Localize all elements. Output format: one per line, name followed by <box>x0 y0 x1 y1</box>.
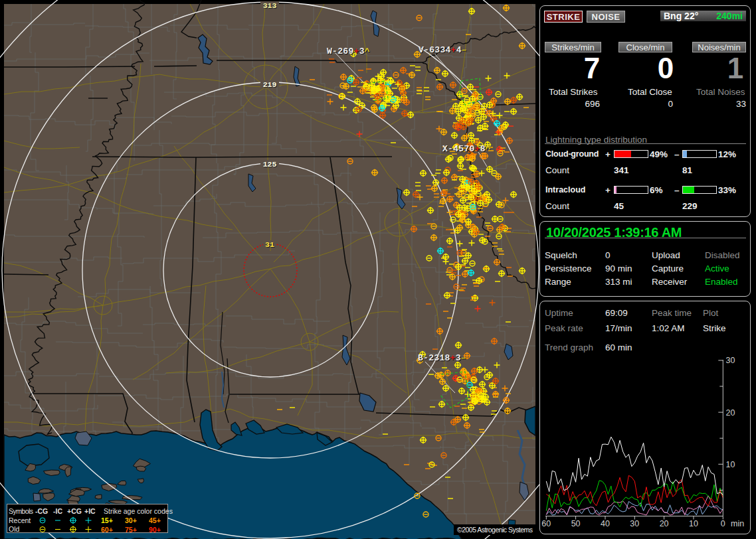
svg-text:30+: 30+ <box>125 516 137 524</box>
svg-text:20: 20 <box>660 519 669 528</box>
svg-text:Strike age color codes: Strike age color codes <box>104 507 173 515</box>
svg-text:30: 30 <box>726 356 735 365</box>
svg-text:B-2318+3–: B-2318+3– <box>418 353 466 363</box>
svg-text:31: 31 <box>265 240 274 249</box>
svg-text:125: 125 <box>263 160 277 169</box>
svg-text:Old: Old <box>9 525 20 533</box>
svg-text:0: 0 <box>721 519 725 528</box>
svg-text:60+: 60+ <box>101 526 113 534</box>
svg-text:V-6334+4–: V-6334+4– <box>419 45 467 55</box>
svg-text:©2005 Astrogenic Systems: ©2005 Astrogenic Systems <box>457 526 533 534</box>
svg-text:Recent: Recent <box>9 516 31 524</box>
svg-text:313: 313 <box>263 1 277 10</box>
svg-text:40: 40 <box>601 519 610 528</box>
svg-text:X-4570+8^: X-4570+8^ <box>442 144 491 154</box>
svg-text:-CG: -CG <box>35 507 48 515</box>
svg-text:15+: 15+ <box>101 516 113 524</box>
svg-text:-IC: -IC <box>53 507 62 515</box>
svg-text:20: 20 <box>726 408 735 418</box>
svg-text:min: min <box>731 519 744 528</box>
svg-text:60: 60 <box>541 519 551 528</box>
svg-text:Symbols: Symbols <box>9 507 33 515</box>
svg-text:W-269+3^: W-269+3^ <box>327 46 370 56</box>
svg-text:90+: 90+ <box>149 526 161 534</box>
svg-text:10: 10 <box>726 460 735 469</box>
svg-text:30: 30 <box>630 519 639 528</box>
svg-text:45+: 45+ <box>149 516 161 524</box>
svg-text:75+: 75+ <box>125 526 137 534</box>
svg-text:219: 219 <box>263 80 277 89</box>
svg-text:10: 10 <box>689 519 698 528</box>
svg-text:+IC: +IC <box>84 507 96 515</box>
svg-text:+CG: +CG <box>67 507 82 515</box>
svg-text:50: 50 <box>571 519 581 528</box>
